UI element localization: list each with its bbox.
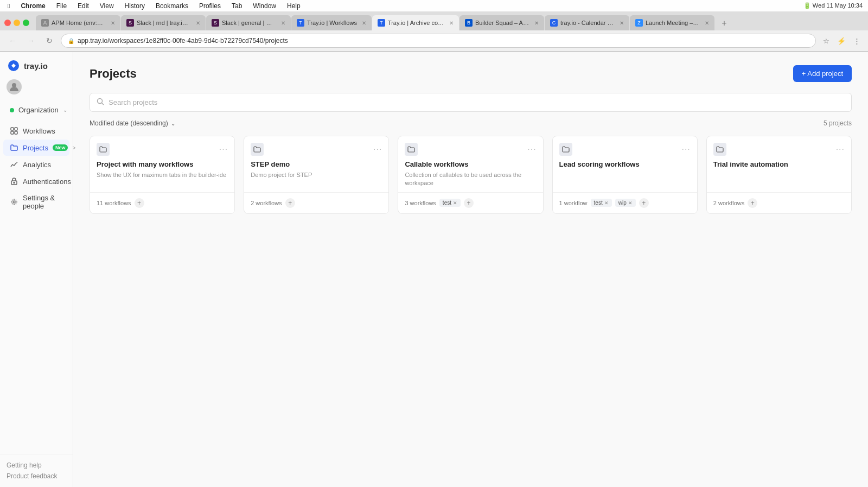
tab-close-zoom[interactable]: ✕ (705, 20, 709, 26)
product-feedback-link[interactable]: Product feedback (7, 471, 66, 482)
browser-tab-slack1[interactable]: S Slack | rnd | tray.io | 20 new… ✕ (121, 15, 206, 30)
refresh-button[interactable]: ↻ (42, 34, 56, 48)
chrome-menu[interactable]: Chrome (18, 2, 47, 10)
project-card-2[interactable]: ··· STEP demo Demo project for STEP 2 wo… (244, 136, 389, 214)
sidebar-org-section[interactable]: Organization ⌄ (3, 102, 69, 118)
browser-tab-archive[interactable]: T Tray.io | Archive conversation ✕ (372, 15, 459, 30)
sidebar-item-analytics[interactable]: Analytics (3, 156, 69, 173)
tab-title-zoom: Launch Meeting – Zoom (646, 20, 700, 26)
projects-new-badge: New (53, 144, 68, 151)
browser-tab-agile[interactable]: B Builder Squad – Agile Board –… ✕ (459, 15, 544, 30)
sidebar-item-workflows[interactable]: Workflows (3, 123, 69, 139)
tab-close-workflows[interactable]: ✕ (362, 20, 366, 26)
project-card-1[interactable]: ··· Project with many workflows Show the… (90, 136, 235, 214)
tab-favicon-zoom: Z (635, 19, 643, 27)
address-bar[interactable]: 🔒 app.tray.io/workspaces/1e82ff0c-00fe-4… (61, 34, 816, 48)
minimize-window-button[interactable] (14, 20, 20, 26)
tab-title-calendar: tray.io - Calendar – Week of 0… (560, 20, 615, 26)
add-workflow-button-4[interactable]: + (639, 198, 649, 208)
sidebar-item-projects[interactable]: Projects New > (3, 140, 69, 156)
card-menu-button-4[interactable]: ··· (681, 145, 690, 154)
browser-tab-zoom[interactable]: Z Launch Meeting – Zoom ✕ (630, 15, 714, 30)
browser-chrome: A APM Home (env:production) |… ✕ S Slack… (0, 12, 868, 52)
back-button[interactable]: ← (5, 34, 20, 48)
project-folder-icon-3 (405, 143, 418, 156)
bookmark-button[interactable]: ☆ (820, 35, 832, 47)
card-menu-button-5[interactable]: ··· (836, 145, 845, 154)
tab-close-archive[interactable]: ✕ (449, 20, 454, 26)
tab-title-slack1: Slack | rnd | tray.io | 20 new… (137, 20, 191, 26)
workflows-icon (10, 127, 18, 135)
tag-test-4: test ✕ (591, 199, 612, 207)
svg-rect-3 (15, 128, 17, 130)
close-window-button[interactable] (4, 20, 11, 26)
add-workflow-button-1[interactable]: + (135, 198, 144, 208)
tab-title-apm: APM Home (env:production) |… (52, 20, 106, 26)
svg-point-8 (13, 201, 15, 203)
tag-remove-test-4[interactable]: ✕ (604, 200, 609, 206)
forward-button[interactable]: → (24, 34, 38, 48)
browser-nav-bar: ← → ↻ 🔒 app.tray.io/workspaces/1e82ff0c-… (0, 30, 868, 52)
workflow-count-5: 2 workflows (713, 200, 744, 206)
browser-menu-button[interactable]: ⋮ (851, 35, 863, 47)
card-footer-1: 11 workflows + (90, 192, 234, 213)
avatar[interactable] (7, 79, 22, 94)
view-menu[interactable]: View (98, 2, 116, 10)
tab-close-agile[interactable]: ✕ (534, 20, 539, 26)
fullscreen-window-button[interactable] (23, 20, 29, 26)
sort-filter-button[interactable]: Modified date (descending) ⌄ (90, 119, 175, 127)
browser-tab-workflows[interactable]: T Tray.io | Workflows ✕ (291, 15, 372, 30)
help-menu[interactable]: Help (285, 2, 303, 10)
project-card-4[interactable]: ··· Lead scoring workflows 1 workflow te… (552, 136, 698, 214)
window-menu[interactable]: Window (251, 2, 278, 10)
card-menu-button-1[interactable]: ··· (219, 145, 228, 154)
sidebar-item-authentications[interactable]: Authentications (3, 173, 69, 189)
sidebar-item-settings[interactable]: Settings & people (3, 190, 69, 214)
tab-close-calendar[interactable]: ✕ (620, 20, 624, 26)
browser-tab-slack2[interactable]: S Slack | general | Howard test… ✕ (206, 15, 291, 30)
menu-left:  Chrome File Edit View History Bookmark… (5, 2, 303, 10)
tab-close-apm[interactable]: ✕ (111, 20, 115, 26)
svg-rect-2 (11, 128, 14, 130)
projects-label: Projects (23, 144, 48, 152)
card-menu-button-2[interactable]: ··· (373, 145, 382, 154)
card-header-4: ··· (553, 136, 697, 160)
getting-help-link[interactable]: Getting help (7, 460, 66, 471)
settings-icon (10, 198, 18, 206)
svg-point-7 (14, 182, 15, 184)
file-menu[interactable]: File (54, 2, 69, 10)
tab-menu[interactable]: Tab (229, 2, 244, 10)
project-card-5[interactable]: ··· Trial invite automation 2 workflows … (706, 136, 852, 214)
apple-menu[interactable]:  (5, 2, 12, 10)
add-workflow-button-3[interactable]: + (464, 198, 474, 208)
tag-remove-test-3[interactable]: ✕ (453, 200, 457, 206)
authentications-icon (10, 177, 18, 186)
projects-icon (10, 143, 18, 152)
project-card-3[interactable]: ··· Callable workflows Collection of cal… (398, 136, 543, 214)
tag-label-wip-4: wip (618, 200, 627, 206)
browser-tab-apm[interactable]: A APM Home (env:production) |… ✕ (36, 15, 120, 30)
sidebar-logo-area: tray.io (0, 52, 73, 77)
tab-close-slack2[interactable]: ✕ (281, 20, 285, 26)
add-workflow-button-5[interactable]: + (748, 198, 757, 208)
browser-tab-calendar[interactable]: C tray.io - Calendar – Week of 0… ✕ (545, 15, 629, 30)
sort-chevron-icon: ⌄ (171, 121, 175, 127)
card-menu-button-3[interactable]: ··· (527, 145, 536, 154)
tag-remove-wip-4[interactable]: ✕ (628, 200, 633, 206)
extensions-button[interactable]: ⚡ (835, 35, 847, 47)
add-project-button[interactable]: + Add project (793, 65, 852, 82)
search-input[interactable] (108, 98, 845, 106)
profiles-menu[interactable]: Profiles (197, 2, 223, 10)
new-tab-button[interactable]: + (717, 16, 731, 30)
project-folder-icon-2 (251, 143, 264, 156)
history-menu[interactable]: History (123, 2, 147, 10)
tab-close-slack1[interactable]: ✕ (196, 20, 200, 26)
project-title-3: Callable workflows (405, 160, 536, 168)
page-header: Projects + Add project (90, 65, 852, 82)
tag-label-test-4: test (594, 200, 603, 206)
bookmarks-menu[interactable]: Bookmarks (154, 2, 190, 10)
user-avatar-area[interactable] (0, 77, 73, 100)
edit-menu[interactable]: Edit (75, 2, 91, 10)
card-body-4: Lead scoring workflows (553, 160, 697, 192)
add-workflow-button-2[interactable]: + (285, 198, 295, 208)
